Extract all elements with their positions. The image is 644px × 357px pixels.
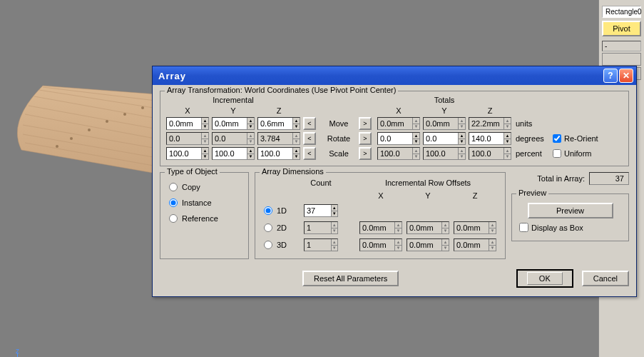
panel-slot [602, 53, 641, 66]
rotate-tot-z[interactable]: ▲▼ [469, 132, 511, 145]
axis-z-label: z [16, 347, 19, 355]
incremental-header: Incremental [166, 96, 300, 104]
dim-2d-radio[interactable]: 2D [264, 223, 300, 232]
dim-1d-radio[interactable]: 1D [264, 206, 300, 215]
reset-button[interactable]: Reset All Parameters [302, 271, 399, 286]
pivot-button[interactable]: Pivot [602, 21, 641, 36]
array-dialog: Array ? ✕ Array Transformation: World Co… [152, 66, 637, 297]
rotate-tot-x[interactable]: ▲▼ [377, 132, 420, 145]
total-value: 37 [589, 172, 629, 185]
group-legend: Array Transformation: World Coordinates … [165, 86, 398, 94]
scale-inc-z[interactable]: ▲▼ [257, 147, 300, 160]
scale-inc-y[interactable]: ▲▼ [212, 147, 255, 160]
move-inc-z[interactable]: ▲▼ [257, 117, 300, 130]
dim-3d-z[interactable]: ▲▼ [454, 238, 496, 251]
dim-3d-radio[interactable]: 3D [264, 241, 300, 249]
move-inc-y[interactable]: ▲▼ [212, 117, 255, 130]
move-unit: units [514, 119, 550, 128]
svg-point-10 [88, 129, 91, 131]
scale-tot-z[interactable]: ▲▼ [469, 147, 511, 160]
rotate-unit: degrees [514, 134, 550, 143]
offset-header: Incremental Row Offsets [359, 178, 496, 187]
ok-button[interactable]: OK [516, 269, 573, 288]
svg-point-12 [123, 113, 126, 116]
dim-2d-count[interactable]: ▲▼ [304, 221, 338, 234]
close-button[interactable]: ✕ [619, 69, 633, 83]
svg-point-9 [70, 137, 73, 140]
rotate-inc-x[interactable]: ▲▼ [166, 132, 209, 145]
rotate-right-button[interactable]: > [359, 132, 372, 145]
rotate-inc-z[interactable]: ▲▼ [257, 132, 300, 145]
scale-label: Scale [322, 149, 356, 158]
svg-point-13 [141, 106, 144, 109]
dim-1d-count[interactable]: ▲▼ [304, 204, 338, 217]
scale-unit: percent [514, 149, 550, 158]
move-right-button[interactable]: > [359, 117, 372, 130]
move-tot-x[interactable]: ▲▼ [377, 117, 420, 130]
totals-header: Totals [377, 96, 511, 104]
col-y: Y [407, 191, 449, 200]
group-legend: Array Dimensions [260, 167, 326, 176]
rotate-label: Rotate [322, 134, 356, 143]
reorient-checkbox[interactable]: Re-Orient [553, 134, 610, 143]
col-y: Y [423, 106, 466, 115]
col-x: X [359, 191, 402, 200]
titlebar[interactable]: Array ? ✕ [153, 66, 636, 85]
move-inc-x[interactable]: ▲▼ [166, 117, 209, 130]
type-copy-radio[interactable]: Copy [169, 183, 240, 191]
col-x: X [166, 106, 209, 115]
group-legend: Type of Object [165, 167, 220, 176]
move-tot-z[interactable]: ▲▼ [469, 117, 511, 130]
scale-left-button[interactable]: < [303, 147, 316, 160]
dim-2d-x[interactable]: ▲▼ [359, 221, 402, 234]
total-label: Total in Array: [537, 174, 585, 183]
array-transformation-group: Array Transformation: World Coordinates … [160, 91, 629, 166]
col-z: Z [454, 191, 496, 200]
type-of-object-group: Type of Object Copy Instance Reference [160, 172, 249, 259]
rotate-tot-y[interactable]: ▲▼ [423, 132, 466, 145]
type-instance-radio[interactable]: Instance [169, 198, 240, 207]
col-z: Z [469, 106, 511, 115]
array-dimensions-group: Array Dimensions Count Incremental Row O… [255, 172, 506, 259]
display-as-box-checkbox[interactable]: Display as Box [519, 223, 621, 232]
rotate-inc-y[interactable]: ▲▼ [212, 132, 255, 145]
scale-tot-y[interactable]: ▲▼ [423, 147, 466, 160]
move-label: Move [322, 119, 356, 128]
rollout-header[interactable]: - [602, 41, 641, 51]
preview-group: Preview Preview Display as Box [511, 193, 629, 241]
svg-point-8 [56, 145, 58, 148]
dim-3d-y[interactable]: ▲▼ [407, 238, 449, 251]
preview-button[interactable]: Preview [528, 203, 613, 218]
dim-3d-x[interactable]: ▲▼ [359, 238, 402, 251]
object-name-dropdown[interactable]: Rectangle0 [602, 6, 641, 18]
scale-tot-x[interactable]: ▲▼ [377, 147, 420, 160]
scale-inc-x[interactable]: ▲▼ [166, 147, 209, 160]
dim-3d-count[interactable]: ▲▼ [304, 238, 338, 251]
dialog-title: Array [158, 71, 602, 81]
help-button[interactable]: ? [603, 69, 618, 83]
col-y: Y [212, 106, 255, 115]
svg-point-11 [106, 120, 108, 123]
group-legend: Preview [516, 188, 548, 197]
type-reference-radio[interactable]: Reference [169, 214, 240, 223]
move-tot-y[interactable]: ▲▼ [423, 117, 466, 130]
count-header: Count [304, 178, 338, 187]
dim-2d-z[interactable]: ▲▼ [454, 221, 496, 234]
col-x: X [377, 106, 420, 115]
dim-2d-y[interactable]: ▲▼ [407, 221, 449, 234]
cancel-button[interactable]: Cancel [582, 271, 629, 286]
move-left-button[interactable]: < [303, 117, 316, 130]
uniform-checkbox[interactable]: Uniform [553, 149, 610, 158]
col-z: Z [257, 106, 300, 115]
rotate-left-button[interactable]: < [303, 132, 316, 145]
scale-right-button[interactable]: > [359, 147, 372, 160]
